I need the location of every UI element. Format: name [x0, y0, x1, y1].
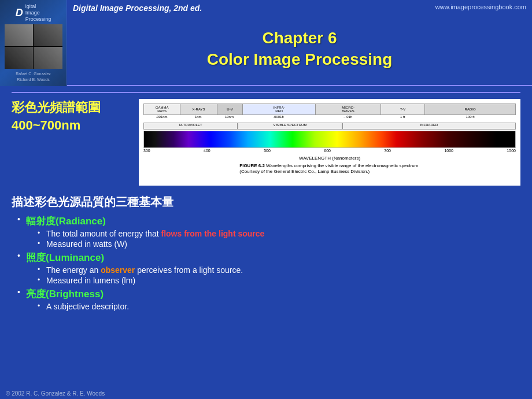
term-brightness: 亮度(Brightness)	[26, 289, 104, 300]
term-luminance: 照度(Luminance)	[26, 252, 104, 263]
header: Digital Image Processing, 2nd ed. www.im…	[67, 0, 532, 86]
band-infra: INFRA-RED	[243, 104, 316, 114]
book-letter-d: D	[16, 8, 23, 18]
book-cover: D igitalImageProcessing Rafael C. Gonzal…	[0, 0, 67, 86]
band-radio: RADIO	[425, 104, 515, 114]
list-item-luminance: 照度(Luminance) The energy an observer per…	[17, 251, 520, 285]
radiance-highlight: flows from the light source	[161, 229, 264, 238]
chapter-title: Color Image Processing	[207, 49, 393, 70]
top-divider	[12, 92, 520, 93]
book-author: Rafael C. GonzalezRichard E. Woods	[16, 71, 51, 83]
x-axis-values: 30040050060070010001500	[143, 148, 516, 153]
subband-labels: ULTRAVIOLET VISIBLE SPECTRUM INFRARED	[143, 123, 516, 130]
luminance-sub-item-1: The energy an observer perceives from a …	[38, 265, 520, 275]
copyright: © 2002 R. C. Gonzalez & R. E. Woods	[6, 390, 105, 397]
figure-caption-sub: (Courtesy of the General Electric Co., L…	[239, 169, 370, 174]
figure-caption-text: Wavelengths comprising the visible range…	[266, 163, 420, 168]
list-item-brightness: 亮度(Brightness) A subjective descriptor.	[17, 287, 520, 311]
figure-caption-bold: FIGURE 6.2	[239, 163, 265, 168]
spectrum-text: 彩色光頻譜範圍 400~700nm	[12, 99, 127, 186]
band-micro: MICRO-WAVES	[316, 104, 381, 114]
brightness-sub-list: A subjective descriptor.	[26, 302, 520, 311]
description-section: 描述彩色光源品質的三種基本量 輻射度(Radiance) The total a…	[12, 194, 520, 311]
list-item-radiance: 輻射度(Radiance) The total amount of energy…	[17, 215, 520, 249]
chapter-heading: Chapter 6 Color Image Processing	[207, 28, 393, 70]
radiance-sub-list: The total amount of energy that flows fr…	[26, 229, 520, 249]
header-top-line: Digital Image Processing, 2nd ed. www.im…	[67, 0, 532, 16]
spectrum-bands-row: GAMMARAYS X-RAYS U-V INFRA-RED MICRO-WAV…	[143, 104, 516, 115]
radiance-sub-item-1: The total amount of energy that flows fr…	[38, 229, 520, 238]
radiance-sub-item-2: Measured in watts (W)	[38, 239, 520, 249]
book-img-cell-4	[34, 47, 62, 69]
spectrum-section: 彩色光頻譜範圍 400~700nm GAMMARAYS X-RAYS U-V I…	[12, 99, 520, 186]
footer: © 2002 R. C. Gonzalez & R. E. Woods	[0, 387, 532, 399]
luminance-sub-list: The energy an observer perceives from a …	[26, 265, 520, 285]
spectrum-x-axis-label: WAVELENGTH (Nanometers)	[299, 156, 360, 161]
term-radiance: 輻射度(Radiance)	[26, 216, 106, 227]
spectrum-range-line1: 彩色光頻譜範圍	[12, 99, 127, 117]
book-img-cell-3	[5, 47, 34, 69]
spectrum-caption: FIGURE 6.2 Wavelengths comprising the vi…	[239, 163, 419, 175]
chapter-number: Chapter 6	[207, 28, 393, 49]
book-website: www.imageprocessingbook.com	[435, 3, 526, 10]
book-cover-text: igitalImageProcessing	[25, 3, 51, 22]
spectrum-color-bar	[143, 131, 516, 148]
main-content: 彩色光頻譜範圍 400~700nm GAMMARAYS X-RAYS U-V I…	[0, 86, 532, 387]
book-title: Digital Image Processing, 2nd ed.	[73, 3, 202, 13]
luminance-highlight: observer	[101, 265, 135, 275]
spectrum-range-line2: 400~700nm	[12, 117, 127, 135]
luminance-sub-item-2: Measured in lumens (lm)	[38, 276, 520, 285]
band-tv: T-V	[381, 104, 425, 114]
visual-spectrum-container: ULTRAVIOLET VISIBLE SPECTRUM INFRARED 30…	[143, 123, 516, 154]
wavelength-scale: .001nm 1nm 10nm .0001ft ~.01ft 1 ft 100 …	[143, 115, 516, 121]
book-cover-image	[5, 24, 62, 69]
book-img-cell-2	[34, 24, 62, 46]
terms-list: 輻射度(Radiance) The total amount of energy…	[12, 215, 520, 311]
section-title: 描述彩色光源品質的三種基本量	[12, 194, 520, 210]
book-img-cell-1	[5, 24, 34, 46]
spectrum-image: GAMMARAYS X-RAYS U-V INFRA-RED MICRO-WAV…	[139, 99, 520, 186]
brightness-sub-item-1: A subjective descriptor.	[38, 302, 520, 311]
band-xrays: X-RAYS	[180, 104, 217, 114]
band-gamma: GAMMARAYS	[144, 104, 180, 114]
band-uv: U-V	[217, 104, 243, 114]
